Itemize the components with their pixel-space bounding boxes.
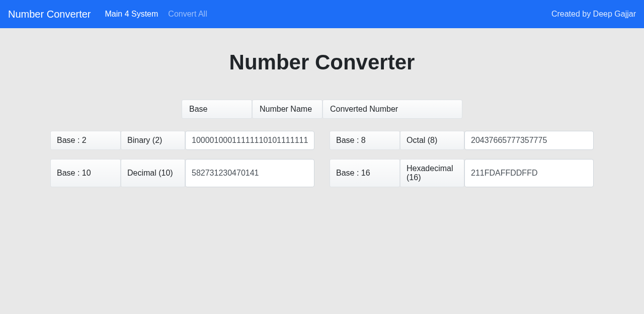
base-label: Base : 8 [330,131,400,150]
data-row: Base : 10 Decimal (10) Base : 16 Hexadec… [50,159,594,187]
binary-input[interactable] [185,131,314,150]
base-10-group: Base : 10 Decimal (10) [50,159,314,187]
decimal-input[interactable] [185,159,314,187]
base-2-group: Base : 2 Binary (2) [50,131,314,150]
hexadecimal-input[interactable] [464,159,594,187]
octal-input[interactable] [464,131,594,150]
page-title: Number Converter [50,50,594,74]
base-label: Base : 2 [50,131,121,150]
base-16-group: Base : 16 Hexadecimal (16) [330,159,594,187]
navbar: Number Converter Main 4 System Convert A… [0,0,644,28]
nav-link-convert-all[interactable]: Convert All [168,10,207,19]
header-number-name: Number Name [252,100,323,119]
navbar-brand[interactable]: Number Converter [8,9,91,20]
number-name-label: Octal (8) [400,131,464,150]
navbar-links: Main 4 System Convert All [105,10,551,19]
number-name-label: Hexadecimal (16) [400,159,464,187]
base-label: Base : 16 [330,159,400,187]
nav-link-main-4-system[interactable]: Main 4 System [105,10,158,19]
base-label: Base : 10 [50,159,121,187]
base-8-group: Base : 8 Octal (8) [330,131,594,150]
data-row: Base : 2 Binary (2) Base : 8 Octal (8) [50,131,594,150]
data-area: Base : 2 Binary (2) Base : 8 Octal (8) B… [50,131,594,187]
navbar-credit: Created by Deep Gajjar [551,10,636,19]
number-name-label: Binary (2) [121,131,185,150]
column-headers: Base Number Name Converted Number [50,100,594,119]
header-converted-number: Converted Number [323,100,462,119]
number-name-label: Decimal (10) [121,159,185,187]
header-base: Base [182,100,252,119]
